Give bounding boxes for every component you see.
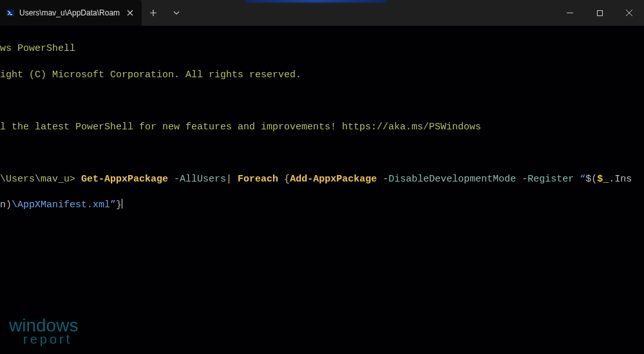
titlebar: Users\mav_u\AppData\Roam bbox=[0, 0, 644, 26]
banner-line-2: ight (C) Microsoft Corporation. All righ… bbox=[0, 69, 644, 82]
switch-disabledevmode: -DisableDevelopmentMode bbox=[377, 174, 516, 185]
continuation-prefix: n) bbox=[0, 200, 12, 210]
powershell-icon bbox=[5, 8, 15, 18]
accent-stripe bbox=[245, 0, 386, 3]
cmd-add-appxpackage: Add-AppxPackage bbox=[290, 174, 377, 185]
blank-line bbox=[0, 95, 644, 107]
minimize-button[interactable] bbox=[555, 0, 585, 26]
tab-title: Users\mav_u\AppData\Roam bbox=[19, 8, 120, 17]
banner-line-3: l the latest PowerShell for new features… bbox=[0, 121, 644, 134]
tab-dropdown-button[interactable] bbox=[165, 0, 188, 26]
new-tab-button[interactable] bbox=[142, 0, 165, 26]
watermark-line-2: report bbox=[23, 333, 78, 345]
text-cursor bbox=[122, 199, 122, 209]
watermark-logo: windows report bbox=[9, 317, 78, 345]
keyword-foreach: Foreach bbox=[238, 174, 284, 185]
titlebar-drag-region[interactable] bbox=[188, 0, 555, 26]
switch-allusers: -AllUsers bbox=[168, 174, 226, 185]
command-line-2: n)\AppXManifest.xml”} bbox=[0, 199, 644, 212]
string-path: \AppXManifest.xml bbox=[12, 200, 110, 210]
svg-rect-1 bbox=[597, 10, 602, 15]
terminal-body[interactable]: ws PowerShell ight (C) Microsoft Corpora… bbox=[0, 26, 644, 354]
pipe: | bbox=[226, 174, 238, 185]
dot-ins: .Ins bbox=[609, 174, 632, 185]
window-controls bbox=[555, 0, 644, 26]
variable-psitem: $_ bbox=[597, 174, 609, 185]
string-close-quote: ” bbox=[110, 200, 116, 210]
cmd-get-appxpackage: Get-AppxPackage bbox=[81, 174, 168, 185]
prompt: \Users\mav_u> bbox=[0, 174, 81, 185]
interp-open: $( bbox=[585, 174, 597, 185]
tab-close-button[interactable] bbox=[125, 8, 135, 18]
terminal-window: Users\mav_u\AppData\Roam ws PowerShell i… bbox=[0, 0, 644, 354]
brace-open: { bbox=[284, 174, 290, 185]
banner-line-1: ws PowerShell bbox=[0, 42, 644, 55]
brace-close: } bbox=[116, 200, 122, 210]
watermark-line-1: windows bbox=[9, 317, 78, 333]
string-open-quote: “ bbox=[580, 174, 585, 185]
tab-active[interactable]: Users\mav_u\AppData\Roam bbox=[0, 0, 142, 26]
switch-register: -Register bbox=[516, 174, 580, 185]
blank-line bbox=[0, 147, 644, 160]
maximize-button[interactable] bbox=[585, 0, 614, 26]
close-window-button[interactable] bbox=[614, 0, 644, 26]
command-line-1: \Users\mav_u> Get-AppxPackage -AllUsers|… bbox=[0, 173, 644, 186]
